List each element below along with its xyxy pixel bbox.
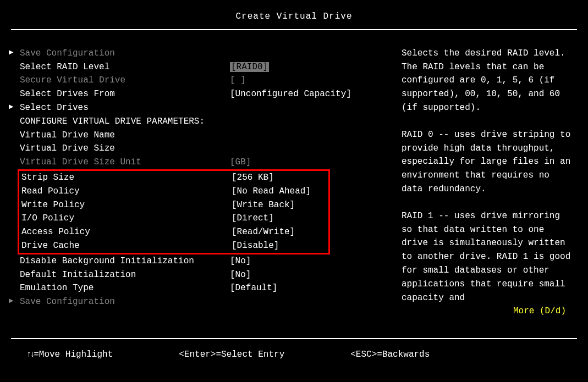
disable-bgi-label: Disable Background Initialization [20,254,230,268]
raid-level-label: Select RAID Level [20,60,230,74]
io-policy-label: I/O Policy [21,212,232,225]
help-more[interactable]: More (D/d) [402,305,571,318]
page-title: Create Virtual Drive [11,7,577,28]
menu-section-header: CONFIGURE VIRTUAL DRIVE PARAMETERS: [11,115,396,129]
menu-vd-name[interactable]: Virtual Drive Name [11,129,396,142]
io-policy-value: [Direct] [232,212,274,225]
drives-from-label: Select Drives From [20,87,230,101]
default-init-label: Default Initialization [20,268,230,282]
strip-size-label: Strip Size [21,171,232,185]
menu-io-policy[interactable]: I/O Policy [Direct] [21,212,328,225]
menu-vd-size[interactable]: Virtual Drive Size [11,142,396,156]
secure-vd-label: Secure Virtual Drive [20,74,230,87]
read-policy-label: Read Policy [21,185,232,198]
menu-write-policy[interactable]: Write Policy [Write Back] [21,198,328,212]
footer-bar: ↑↓=Move Highlight <Enter>=Select Entry <… [11,345,577,362]
menu-drive-cache[interactable]: Drive Cache [Disable] [21,239,328,253]
footer-back: <ESC>=Backwards [350,348,430,362]
secure-vd-value: [ ] [230,74,246,87]
vd-size-unit-value: [GB] [230,156,251,169]
help-text-3: RAID 1 -- uses drive mirroring so that d… [402,209,571,305]
drive-cache-value: [Disable] [232,239,279,253]
default-init-value: [No] [230,268,251,282]
divider-top [11,29,577,30]
emulation-value: [Default] [230,281,277,295]
menu-vd-size-unit: Virtual Drive Size Unit [GB] [11,156,396,169]
menu-secure-vd: Secure Virtual Drive [ ] [11,74,396,87]
help-panel: Selects the desired RAID level. The RAID… [396,47,577,318]
select-drives-label: Select Drives [20,101,230,115]
vd-size-label: Virtual Drive Size [20,142,230,156]
section-header-label: CONFIGURE VIRTUAL DRIVE PARAMETERS: [20,115,230,129]
vd-size-unit-label: Virtual Drive Size Unit [20,156,230,169]
menu-emulation[interactable]: Emulation Type [Default] [11,281,396,295]
footer-move-text: =Move Highlight [34,350,113,359]
menu-default-init[interactable]: Default Initialization [No] [11,268,396,282]
raid-level-value: [RAID0] [230,62,269,72]
drives-from-value: [Unconfigured Capacity] [230,87,351,101]
read-policy-value: [No Read Ahead] [232,185,311,198]
divider-bottom [11,338,577,339]
triangle-right-icon: ▶ [9,47,13,59]
vd-name-label: Virtual Drive Name [20,129,230,142]
drive-cache-label: Drive Cache [21,239,232,253]
menu-save-config-top[interactable]: ▶ Save Configuration [11,47,396,60]
help-text-2: RAID 0 -- uses drive striping to provide… [402,128,571,196]
footer-select: <Enter>=Select Entry [179,348,284,362]
access-policy-value: [Read/Write] [232,225,295,239]
menu-access-policy[interactable]: Access Policy [Read/Write] [21,225,328,239]
disable-bgi-value: [No] [230,254,251,268]
highlighted-region: Strip Size [256 KB] Read Policy [No Read… [18,169,330,254]
menu-panel: ▶ Save Configuration Select RAID Level [… [11,47,396,318]
menu-select-drives-from[interactable]: Select Drives From [Unconfigured Capacit… [11,87,396,101]
write-policy-value: [Write Back] [232,198,295,212]
save-config-label: Save Configuration [20,47,230,60]
menu-strip-size[interactable]: Strip Size [256 KB] [21,171,328,185]
help-text-1: Selects the desired RAID level. The RAID… [402,47,571,115]
menu-save-config-bottom[interactable]: ▶ Save Configuration [11,295,396,309]
strip-size-value: [256 KB] [232,171,274,185]
write-policy-label: Write Policy [21,198,232,212]
menu-disable-bgi[interactable]: Disable Background Initialization [No] [11,254,396,268]
access-policy-label: Access Policy [21,225,232,239]
menu-select-drives[interactable]: ▶ Select Drives [11,101,396,115]
save-config-bottom-label: Save Configuration [20,295,230,309]
triangle-right-icon: ▶ [9,295,13,307]
menu-read-policy[interactable]: Read Policy [No Read Ahead] [21,185,328,198]
menu-select-raid-level[interactable]: Select RAID Level [RAID0] [11,60,396,74]
updown-arrows-icon: ↑↓ [26,350,34,359]
triangle-right-icon: ▶ [9,101,13,113]
footer-move: ↑↓=Move Highlight [26,348,113,362]
emulation-label: Emulation Type [20,281,230,295]
